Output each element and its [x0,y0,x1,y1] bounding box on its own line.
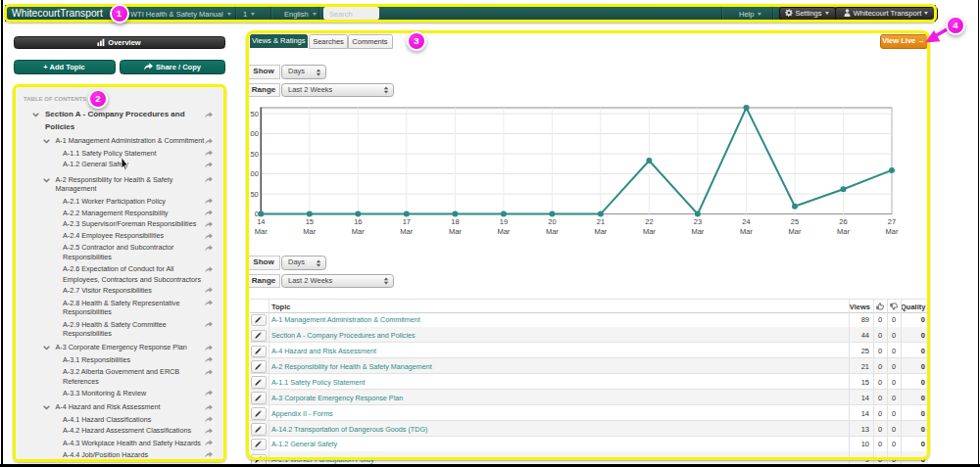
svg-text:250: 250 [250,110,259,118]
svg-text:24: 24 [742,217,750,226]
svg-text:21: 21 [597,217,605,226]
svg-text:15: 15 [306,217,314,226]
svg-text:Mar: Mar [255,227,268,236]
svg-text:Mar: Mar [497,227,510,236]
svg-text:Mar: Mar [886,227,899,236]
svg-text:Mar: Mar [594,227,607,236]
svg-text:150: 150 [250,150,259,159]
svg-text:Mar: Mar [400,227,413,236]
svg-text:Mar: Mar [740,227,753,236]
svg-text:16: 16 [354,217,362,226]
svg-text:Mar: Mar [691,227,704,236]
svg-text:Mar: Mar [546,227,559,236]
svg-text:Mar: Mar [303,227,316,236]
svg-text:14: 14 [257,217,265,226]
svg-text:Mar: Mar [643,227,656,236]
svg-text:26: 26 [839,217,847,226]
svg-text:Mar: Mar [449,227,462,236]
svg-text:Mar: Mar [352,227,365,236]
svg-text:Mar: Mar [837,227,850,236]
svg-text:100: 100 [250,169,259,178]
svg-text:22: 22 [645,217,653,226]
svg-text:200: 200 [250,129,259,138]
svg-text:18: 18 [451,217,459,226]
svg-text:23: 23 [694,217,702,226]
svg-text:20: 20 [548,217,556,226]
svg-text:Mar: Mar [789,227,802,236]
svg-text:25: 25 [791,217,799,226]
svg-text:27: 27 [888,217,896,226]
svg-text:19: 19 [500,217,508,226]
svg-text:50: 50 [250,190,258,199]
svg-text:17: 17 [403,217,411,226]
